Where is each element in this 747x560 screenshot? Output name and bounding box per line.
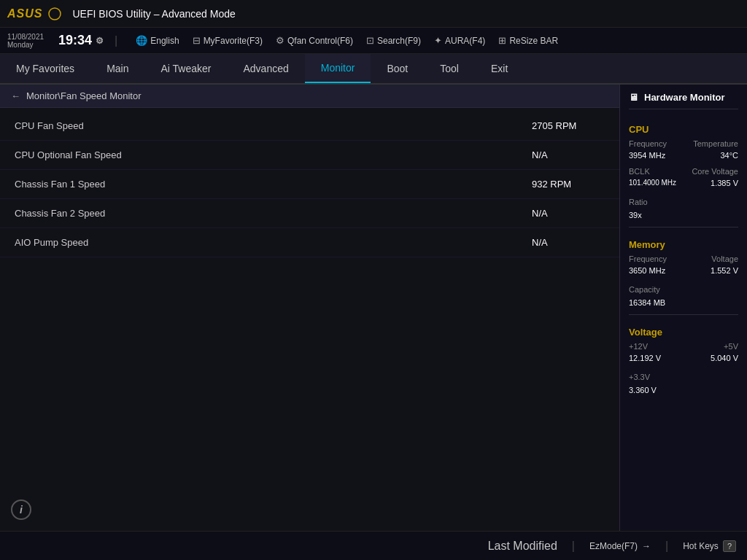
ez-mode-button[interactable]: EzMode(F7) → bbox=[589, 541, 651, 551]
myfavorite-icon: ⊟ bbox=[193, 35, 201, 46]
time-display: 19:34 ⚙ bbox=[58, 33, 104, 48]
hw-bclk-value: 101.4000 MHz bbox=[629, 179, 676, 187]
bios-header: ASUS UEFI BIOS Utility – Advanced Mode bbox=[0, 0, 747, 28]
hw-v33-label: +3.3V bbox=[629, 373, 650, 381]
hw-voltage-12-5-row: +12V +5V bbox=[629, 342, 738, 351]
toolbar-myfavorite[interactable]: ⊟ MyFavorite(F3) bbox=[193, 35, 263, 46]
toolbar-aura[interactable]: ✦ AURA(F4) bbox=[434, 35, 485, 46]
hot-keys-button[interactable]: Hot Keys ? bbox=[683, 540, 736, 552]
hw-bclk-label: BCLK bbox=[629, 167, 650, 176]
cpu-optional-fan-speed-label: CPU Optional Fan Speed bbox=[15, 149, 532, 160]
hw-memory-frequency-value: 3650 MHz bbox=[629, 266, 665, 275]
hw-cpu-section: CPU bbox=[629, 124, 738, 135]
date-label: 11/08/2021 bbox=[7, 33, 44, 41]
fan-row-chassis-fan-1-speed[interactable]: Chassis Fan 1 Speed 932 RPM bbox=[0, 170, 619, 199]
hw-cpu-frequency-row: Frequency Temperature bbox=[629, 139, 738, 148]
aio-pump-speed-value: N/A bbox=[532, 237, 605, 248]
language-icon: 🌐 bbox=[136, 35, 147, 46]
hw-v12-value: 12.192 V bbox=[629, 354, 661, 362]
breadcrumb[interactable]: ← Monitor\Fan Speed Monitor bbox=[0, 85, 619, 108]
hw-v5-label: +5V bbox=[724, 342, 738, 351]
nav-advanced[interactable]: Advanced bbox=[227, 54, 304, 83]
hw-voltage-12-5-values: 12.192 V 5.040 V bbox=[629, 354, 738, 362]
info-button[interactable]: i bbox=[11, 499, 31, 520]
hw-cpu-frequency-values: 3954 MHz 34°C bbox=[629, 151, 738, 160]
hw-monitor-icon: 🖥 bbox=[629, 92, 638, 103]
toolbar-actions: 🌐 English ⊟ MyFavorite(F3) ⚙ Qfan Contro… bbox=[136, 35, 558, 46]
nav-my-favorites[interactable]: My Favorites bbox=[0, 54, 90, 83]
hw-memory-section: Memory bbox=[629, 239, 738, 250]
ez-mode-label: EzMode(F7) bbox=[589, 541, 638, 551]
hw-voltage-33-row: +3.3V bbox=[629, 370, 738, 383]
hw-cpu-ratio-value-row: 39x bbox=[629, 208, 738, 221]
toolbar: 11/08/2021 Monday 19:34 ⚙ | 🌐 English ⊟ … bbox=[0, 28, 747, 54]
fan-row-chassis-fan-2-speed[interactable]: Chassis Fan 2 Speed N/A bbox=[0, 199, 619, 228]
asus-logo-icon bbox=[48, 7, 61, 20]
hw-divider-1 bbox=[629, 227, 738, 228]
breadcrumb-back-icon[interactable]: ← bbox=[11, 90, 20, 101]
hw-memory-voltage-label: Voltage bbox=[711, 254, 738, 263]
chassis-fan-2-speed-label: Chassis Fan 2 Speed bbox=[15, 208, 532, 219]
nav-tool[interactable]: Tool bbox=[424, 54, 475, 83]
hw-v12-label: +12V bbox=[629, 342, 648, 351]
toolbar-language[interactable]: 🌐 English bbox=[136, 35, 179, 46]
hw-memory-voltage-value: 1.552 V bbox=[711, 266, 738, 275]
chassis-fan-1-speed-label: Chassis Fan 1 Speed bbox=[15, 179, 532, 190]
nav-monitor[interactable]: Monitor bbox=[305, 54, 371, 83]
fan-row-aio-pump-speed[interactable]: AIO Pump Speed N/A bbox=[0, 228, 619, 257]
qfan-label: Qfan Control(F6) bbox=[287, 36, 353, 46]
cpu-optional-fan-speed-value: N/A bbox=[532, 149, 605, 160]
ez-mode-arrow-icon: → bbox=[642, 541, 651, 551]
hw-core-voltage-label: Core Voltage bbox=[692, 167, 738, 176]
footer-divider-1: | bbox=[572, 540, 575, 553]
aio-pump-speed-label: AIO Pump Speed bbox=[15, 237, 532, 248]
hw-cpu-bclk-values: 101.4000 MHz 1.385 V bbox=[629, 179, 738, 187]
hw-cpu-ratio-row: Ratio bbox=[629, 195, 738, 208]
hw-ratio-label: Ratio bbox=[629, 198, 648, 206]
hw-v33-value: 3.360 V bbox=[629, 386, 657, 394]
aura-icon: ✦ bbox=[434, 35, 442, 46]
resize-bar-label: ReSize BAR bbox=[509, 36, 558, 46]
day-label: Monday bbox=[7, 41, 44, 49]
hw-capacity-label: Capacity bbox=[629, 285, 660, 294]
resize-bar-icon: ⊞ bbox=[498, 35, 506, 46]
hw-memory-frequency-label: Frequency bbox=[629, 254, 667, 263]
fan-row-cpu-optional-fan-speed[interactable]: CPU Optional Fan Speed N/A bbox=[0, 141, 619, 170]
last-modified-label: Last Modified bbox=[488, 540, 557, 553]
hw-cpu-frequency-value: 3954 MHz bbox=[629, 151, 665, 160]
time-settings-icon[interactable]: ⚙ bbox=[96, 36, 104, 46]
hw-cpu-bclk-row: BCLK Core Voltage bbox=[629, 167, 738, 176]
svg-point-0 bbox=[49, 8, 61, 20]
hw-voltage-33-value-row: 3.360 V bbox=[629, 383, 738, 396]
hw-memory-frequency-values: 3650 MHz 1.552 V bbox=[629, 266, 738, 275]
toolbar-qfan[interactable]: ⚙ Qfan Control(F6) bbox=[276, 35, 353, 46]
cpu-fan-speed-value: 2705 RPM bbox=[532, 120, 605, 131]
qfan-icon: ⚙ bbox=[276, 35, 285, 46]
hw-v5-value: 5.040 V bbox=[711, 354, 738, 362]
nav-boot[interactable]: Boot bbox=[371, 54, 424, 83]
toolbar-resize-bar[interactable]: ⊞ ReSize BAR bbox=[498, 35, 558, 46]
search-icon: ⊡ bbox=[366, 35, 374, 46]
time-value: 19:34 bbox=[58, 33, 92, 48]
chassis-fan-2-speed-value: N/A bbox=[532, 208, 605, 219]
nav-main[interactable]: Main bbox=[90, 54, 144, 83]
hw-capacity-value: 16384 MB bbox=[629, 298, 665, 307]
footer-divider-2: | bbox=[665, 540, 668, 553]
toolbar-divider-1: | bbox=[115, 34, 117, 47]
hw-monitor-title: 🖥 Hardware Monitor bbox=[629, 92, 738, 109]
hot-keys-badge: ? bbox=[723, 540, 736, 552]
fan-row-cpu-fan-speed[interactable]: CPU Fan Speed 2705 RPM bbox=[0, 112, 619, 141]
nav-bar: My Favorites Main Ai Tweaker Advanced Mo… bbox=[0, 54, 747, 85]
aura-label: AURA(F4) bbox=[445, 36, 485, 46]
nav-ai-tweaker[interactable]: Ai Tweaker bbox=[144, 54, 227, 83]
hw-cpu-frequency-label: Frequency bbox=[629, 139, 667, 148]
hw-memory-capacity-value-row: 16384 MB bbox=[629, 295, 738, 308]
toolbar-search[interactable]: ⊡ Search(F9) bbox=[366, 35, 421, 46]
bios-title: UEFI BIOS Utility – Advanced Mode bbox=[72, 8, 235, 20]
nav-exit[interactable]: Exit bbox=[475, 54, 524, 83]
hardware-monitor-panel: 🖥 Hardware Monitor CPU Frequency Tempera… bbox=[619, 85, 747, 531]
hw-ratio-value: 39x bbox=[629, 211, 642, 219]
hw-memory-frequency-row: Frequency Voltage bbox=[629, 254, 738, 263]
search-label: Search(F9) bbox=[377, 36, 421, 46]
chassis-fan-1-speed-value: 932 RPM bbox=[532, 179, 605, 190]
